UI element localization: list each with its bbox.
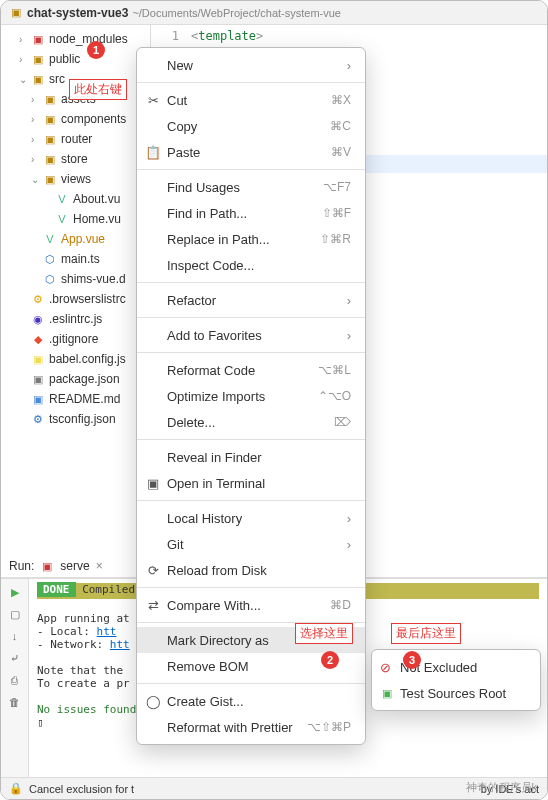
vue-icon: V [55, 192, 69, 206]
file-icon: ⚙ [31, 292, 45, 306]
lock-icon[interactable]: 🔒 [9, 782, 23, 795]
menu-cut[interactable]: ✂Cut⌘X [137, 87, 365, 113]
annotation-1: 此处右键 [69, 79, 127, 100]
tree-package[interactable]: ▣package.json [1, 369, 150, 389]
menu-replace-in-path[interactable]: Replace in Path...⇧⌘R [137, 226, 365, 252]
run-side-toolbar: ▶ ▢ ↓ ⤶ ⎙ 🗑 [1, 579, 29, 800]
menu-new[interactable]: New› [137, 52, 365, 78]
menu-inspect[interactable]: Inspect Code... [137, 252, 365, 278]
annotation-badge-1: 1 [87, 41, 105, 59]
local-url[interactable]: htt [97, 625, 117, 638]
submenu-not-excluded[interactable]: ⊘Not Excluded [372, 654, 540, 680]
folder-icon: ▣ [31, 72, 45, 86]
chevron-right-icon: › [347, 58, 351, 73]
chevron-right-icon: › [347, 293, 351, 308]
menu-terminal[interactable]: ▣Open in Terminal [137, 470, 365, 496]
tree-browserslist[interactable]: ⚙.browserslistrc [1, 289, 150, 309]
npm-icon: ▣ [40, 559, 54, 573]
vue-icon: V [55, 212, 69, 226]
vue-icon: V [43, 232, 57, 246]
menu-reload[interactable]: ⟳Reload from Disk [137, 557, 365, 583]
chevron-right-icon: › [347, 511, 351, 526]
folder-icon: ▣ [43, 172, 57, 186]
run-label: Run: [9, 559, 34, 573]
folder-icon: ▣ [31, 32, 45, 46]
folder-icon: ▣ [43, 152, 57, 166]
wrap-icon[interactable]: ⤶ [8, 651, 22, 665]
chevron-right-icon: › [347, 328, 351, 343]
tree-public[interactable]: ›▣public [1, 49, 150, 69]
git-icon: ◆ [31, 332, 45, 346]
rerun-icon[interactable]: ▶ [8, 585, 22, 599]
close-icon[interactable]: × [96, 559, 103, 573]
ts-icon: ⬡ [43, 272, 57, 286]
menu-favorites[interactable]: Add to Favorites› [137, 322, 365, 348]
annotation-badge-3: 3 [403, 651, 421, 669]
tree-shims[interactable]: ⬡shims-vue.d [1, 269, 150, 289]
reload-icon: ⟳ [145, 563, 161, 578]
menu-optimize[interactable]: Optimize Imports⌃⌥O [137, 383, 365, 409]
json-icon: ▣ [31, 372, 45, 386]
tree-components[interactable]: ›▣components [1, 109, 150, 129]
menu-compare[interactable]: ⇄Compare With...⌘D [137, 592, 365, 618]
project-path: ~/Documents/WebProject/chat-system-vue [132, 7, 341, 19]
menu-refactor[interactable]: Refactor› [137, 287, 365, 313]
menu-paste[interactable]: 📋Paste⌘V [137, 139, 365, 165]
folder-icon: ▣ [9, 6, 23, 20]
compare-icon: ⇄ [145, 598, 161, 613]
tree-eslint[interactable]: ◉.eslintrc.js [1, 309, 150, 329]
annotation-badge-2: 2 [321, 651, 339, 669]
menu-prettier[interactable]: Reformat with Prettier⌥⇧⌘P [137, 714, 365, 740]
tree-home[interactable]: VHome.vu [1, 209, 150, 229]
menu-find-in-path[interactable]: Find in Path...⇧⌘F [137, 200, 365, 226]
mark-directory-submenu[interactable]: ⊘Not Excluded ▣Test Sources Root [371, 649, 541, 711]
ts-icon: ⚙ [31, 412, 45, 426]
tree-main-ts[interactable]: ⬡main.ts [1, 249, 150, 269]
tree-node-modules[interactable]: ›▣node_modules [1, 29, 150, 49]
tree-gitignore[interactable]: ◆.gitignore [1, 329, 150, 349]
print-icon[interactable]: ⎙ [8, 673, 22, 687]
done-pill: DONE [37, 582, 76, 597]
submenu-test-sources[interactable]: ▣Test Sources Root [372, 680, 540, 706]
tree-router[interactable]: ›▣router [1, 129, 150, 149]
folder-icon: ▣ [43, 92, 57, 106]
js-icon: ▣ [31, 352, 45, 366]
markdown-icon: ▣ [31, 392, 45, 406]
ts-icon: ⬡ [43, 252, 57, 266]
stop-icon[interactable]: ▢ [8, 607, 22, 621]
menu-copy[interactable]: Copy⌘C [137, 113, 365, 139]
menu-find-usages[interactable]: Find Usages⌥F7 [137, 174, 365, 200]
menu-gist[interactable]: ◯Create Gist... [137, 688, 365, 714]
menu-reformat[interactable]: Reformat Code⌥⌘L [137, 357, 365, 383]
github-icon: ◯ [145, 694, 161, 709]
tree-readme[interactable]: ▣README.md [1, 389, 150, 409]
folder-icon: ▣ [43, 132, 57, 146]
menu-git[interactable]: Git› [137, 531, 365, 557]
scissors-icon: ✂ [145, 93, 161, 108]
menu-reveal[interactable]: Reveal in Finder [137, 444, 365, 470]
tree-store[interactable]: ›▣store [1, 149, 150, 169]
annotation-3: 最后店这里 [391, 623, 461, 644]
menu-delete[interactable]: Delete...⌦ [137, 409, 365, 435]
down-icon[interactable]: ↓ [8, 629, 22, 643]
clipboard-icon: 📋 [145, 145, 161, 160]
annotation-2: 选择这里 [295, 623, 353, 644]
folder-icon: ▣ [380, 686, 394, 700]
tree-babel[interactable]: ▣babel.config.js [1, 349, 150, 369]
tree-views[interactable]: ⌄▣views [1, 169, 150, 189]
run-tab-name[interactable]: serve [60, 559, 89, 573]
eslint-icon: ◉ [31, 312, 45, 326]
project-tree[interactable]: ›▣node_modules ›▣public ⌄▣src ›▣assets ›… [1, 25, 151, 555]
watermark: 神奇的程序员k [466, 780, 538, 795]
tree-app-vue[interactable]: VApp.vue [1, 229, 150, 249]
tree-about[interactable]: VAbout.vu [1, 189, 150, 209]
trash-icon[interactable]: 🗑 [8, 695, 22, 709]
menu-history[interactable]: Local History› [137, 505, 365, 531]
project-name: chat-system-vue3 [27, 6, 128, 20]
tree-tsconfig[interactable]: ⚙tsconfig.json [1, 409, 150, 429]
chevron-right-icon: › [347, 537, 351, 552]
title-bar: ▣ chat-system-vue3 ~/Documents/WebProjec… [1, 1, 547, 25]
folder-icon: ▣ [43, 112, 57, 126]
network-url[interactable]: htt [110, 638, 130, 651]
cancel-icon: ⊘ [380, 660, 391, 675]
